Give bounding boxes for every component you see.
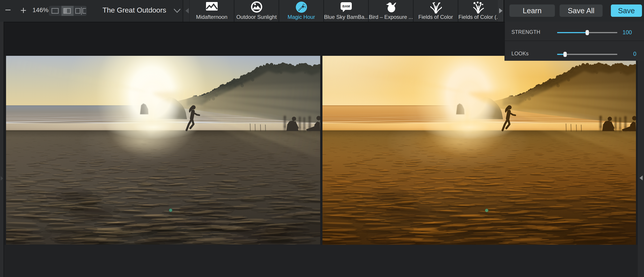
svg-text:BAM: BAM <box>342 4 350 8</box>
